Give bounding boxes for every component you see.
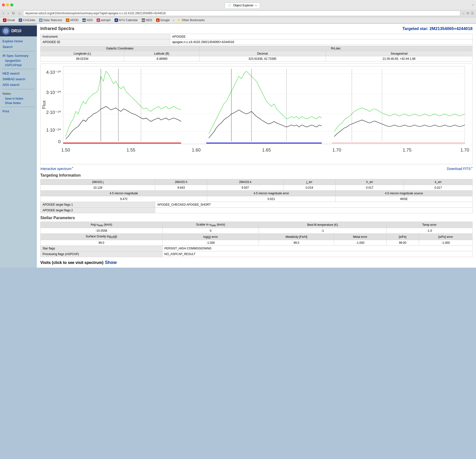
external-link-icon: ↗ — [71, 166, 73, 169]
ads-label: ADS — [87, 18, 93, 22]
dr-label: DR10 — [11, 29, 21, 33]
svg-text:3·10⁻¹⁴: 3·10⁻¹⁴ — [46, 90, 61, 95]
j-err-header: j_err — [283, 179, 335, 185]
targeted-star-label: Targeted star: — [402, 27, 430, 31]
svg-text:1.70: 1.70 — [460, 147, 469, 153]
download-fits-link[interactable]: Download FITS↗ — [447, 166, 473, 171]
visits-section: Visits (click to see visit spectrum) Sho… — [40, 260, 473, 265]
micron-mag-value: 9.472 — [41, 196, 207, 202]
aspcapstar-label: ASPCAPstar — [5, 63, 22, 67]
simbad-label: SIMBAD search — [2, 77, 25, 81]
longitude-value: 89.02334 — [41, 56, 124, 61]
address-bar[interactable] — [23, 11, 460, 16]
alpha-fe-value: 99.00 — [386, 240, 419, 245]
longitude-header: Longitude (L) — [41, 51, 124, 56]
targeting-headers-row: 2MASS j 2MASS h 2MASS k j_err h_err k_er… — [41, 179, 473, 185]
ir-spec-label: IR Spec Summary — [2, 54, 28, 58]
proc-flags-row: Processing flags (ASPCAP) NO_ASPCAP_RESU… — [41, 251, 473, 257]
galactic-coords-header: Galactic Coordinates — [41, 46, 199, 51]
instrument-table: Instrument APOGEE APOGEE ID apogee.n.c.s… — [40, 34, 473, 45]
bookmark-astroph[interactable]: @ astroph — [96, 18, 112, 22]
targeting-values-row-1: 10.128 9.643 9.507 0.019 0.017 0.017 — [41, 185, 473, 191]
back-button[interactable]: ‹ — [2, 11, 5, 16]
2mass-h-header: 2MASS h — [155, 179, 207, 185]
bookmark-google[interactable]: g Google — [155, 18, 171, 22]
star-flags-label: Star flags — [41, 245, 163, 251]
bookmark-nyucal[interactable]: N NYU Calendar — [114, 18, 139, 22]
bookmark-ned[interactable]: NED NED — [141, 18, 153, 22]
bookmark-datatelecons[interactable]: D Data Telecons — [38, 18, 63, 22]
casjobs-label: CASJobs — [23, 18, 35, 22]
refresh-button[interactable]: ↻ — [11, 11, 16, 16]
sidebar-item-aspcapstar[interactable]: ASPCAPstar — [0, 63, 37, 67]
avg-vhelio-header: Avg vhelio (km/s) — [41, 222, 163, 228]
ned-icon: NED — [142, 18, 145, 22]
sidebar-divider-1 — [2, 51, 35, 51]
temp-error-header: Temp error — [386, 222, 472, 228]
nyucal-label: NYU Calendar — [119, 18, 138, 22]
sidebar-item-ads[interactable]: ADS search — [0, 82, 37, 88]
menu-icon[interactable]: ☰ — [471, 11, 474, 15]
instrument-label: Instrument — [41, 34, 170, 39]
explore-home-label: Explore Home — [2, 39, 23, 43]
svg-text:1.60: 1.60 — [192, 147, 201, 153]
spectrum-svg: 4·10⁻¹⁴ 3·10⁻¹⁴ 2·10⁻¹⁴ 1·10⁻¹⁴ 0 Flux — [41, 64, 472, 164]
stellar-headers-row-1: Avg vhelio (km/s) Scatter in vhelio (km/… — [41, 222, 473, 228]
forward-button[interactable]: › — [7, 11, 10, 16]
sidebar-item-search[interactable]: Search — [0, 44, 37, 50]
minimize-button[interactable] — [6, 3, 9, 6]
flags1-value: APOGEE_CHECKED APOGEE_SHORT — [155, 202, 473, 208]
metal-error-header: Metal error — [334, 234, 386, 240]
download-ext-icon: ↗ — [471, 166, 473, 169]
gmail-icon: ✉ — [466, 11, 469, 15]
2mass-k-value: 9.507 — [207, 185, 283, 191]
tab-close-button[interactable]: ✕ — [255, 4, 257, 7]
maximize-button[interactable] — [10, 3, 13, 6]
bookmark-gmail[interactable]: G Gmail — [2, 18, 16, 22]
svg-text:1.65: 1.65 — [262, 147, 271, 153]
home-button[interactable]: ⌂ — [17, 11, 21, 16]
flags1-row: APOGEE target flags 1 APOGEE_CHECKED APO… — [41, 202, 473, 208]
sidebar-item-explore-home[interactable]: Explore Home — [0, 38, 37, 44]
gmail-label: Gmail — [7, 18, 15, 22]
surface-gravity-value: 99.0 — [41, 240, 163, 245]
targeting-table: 2MASS j 2MASS h 2MASS k j_err h_err k_er… — [40, 179, 473, 213]
bookmark-star-icon[interactable]: ☆ — [462, 11, 465, 15]
bookmark-apod[interactable]: A APOD — [65, 18, 79, 22]
google-icon: g — [156, 18, 160, 22]
sidebar-item-simbad[interactable]: SIMBAD search — [0, 76, 37, 82]
star-flags-row: Star flags PERSIST_HIGH COMMISSIONING — [41, 245, 473, 251]
bookmark-ads[interactable]: ads ADS — [81, 18, 94, 22]
micron-headers-row: 4.5 micron magnitude 4.5 micron magnitud… — [41, 191, 473, 196]
visits-show-link[interactable]: Show — [105, 260, 117, 265]
targeted-star-id: 2M21354065+4244018 — [430, 26, 473, 31]
svg-text:0: 0 — [58, 139, 60, 144]
bookmark-other[interactable]: 📁 Other Bookmarks — [176, 18, 206, 22]
stellar-values-row-2: 99.0 -1.000 99.0 -1.000 99.00 -1.000 — [41, 240, 473, 245]
stellar-section-header: Stellar Parameters — [40, 216, 473, 220]
main-container: DR10 Explore Home Search IR Spec Summary… — [0, 24, 476, 268]
svg-text:1.50: 1.50 — [61, 147, 70, 153]
instrument-row: Instrument APOGEE — [41, 34, 473, 39]
sidebar-item-ir-spec[interactable]: IR Spec Summary — [0, 53, 37, 59]
coords-col-headers: Longitude (L) Latitude (B) Decimal Sexag… — [41, 51, 473, 56]
sidebar-item-ned[interactable]: NED search — [0, 71, 37, 76]
sidebar-item-print[interactable]: Print — [0, 108, 37, 114]
bookmark-casjobs[interactable]: C CASJobs — [18, 18, 36, 22]
latitude-value: -6.88960 — [124, 56, 199, 61]
close-button[interactable] — [2, 3, 5, 6]
micron-mag-err-value: 0.021 — [207, 196, 335, 202]
targeting-section-header: Targeting Information — [40, 173, 473, 178]
interactive-spectrum-link[interactable]: Interactive spectrum↗ — [40, 166, 73, 171]
page-title: Infrared Spectra — [40, 26, 74, 31]
sidebar-item-apogeestar[interactable]: ApogeeStAr — [0, 59, 37, 63]
sidebar-show-notes[interactable]: Show Notes — [0, 101, 37, 105]
sdss-logo-icon — [2, 27, 10, 35]
active-tab[interactable]: 📄 Object Explorer ✕ — [225, 2, 260, 8]
astroph-icon: @ — [97, 18, 100, 22]
flags2-row: APOGEE target flags 2 — [41, 208, 473, 213]
flags1-label: APOGEE target flags 1 — [41, 202, 155, 208]
svg-text:1.55: 1.55 — [127, 147, 135, 153]
alpha-fe-error-header: [α/Fe] error — [419, 234, 472, 240]
sidebar-save-notes[interactable]: Save in Notes — [0, 96, 37, 101]
